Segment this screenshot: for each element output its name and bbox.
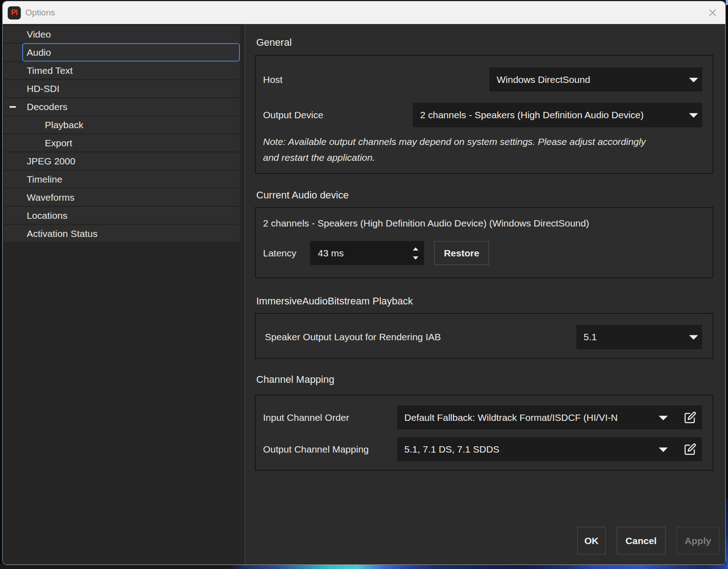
nav-item-label: HD-SDI: [27, 83, 59, 94]
close-icon: [709, 9, 716, 16]
nav-item-decoders-playback[interactable]: Playback: [4, 116, 240, 133]
dialog-body: Video Audio Timed Text HD-SDI Decoders P…: [3, 24, 725, 564]
groupbox-channel-mapping: Input Channel Order Default Fallback: Wi…: [255, 395, 714, 471]
nav-item-timeline[interactable]: Timeline: [4, 171, 240, 188]
input-channel-order-dropdown[interactable]: Default Fallback: Wildtrack Format/ISDCF…: [397, 405, 702, 429]
groupbox-current-audio: 2 channels - Speakers (High Definition A…: [255, 207, 714, 278]
speaker-layout-dropdown-value: 5.1: [584, 332, 597, 342]
latency-value: 43 ms: [318, 248, 344, 259]
window-title: Options: [25, 8, 55, 18]
input-channel-order-row: Input Channel Order Default Fallback: Wi…: [263, 405, 702, 429]
nav-item-label: Video: [27, 29, 51, 40]
groupbox-iab: Speaker Output Layout for Rendering IAB …: [255, 313, 714, 359]
nav-item-locations[interactable]: Locations: [4, 207, 240, 224]
nav-item-label: Audio: [27, 47, 51, 58]
nav-item-activation-status[interactable]: Activation Status: [4, 225, 240, 242]
output-channel-mapping-edit-button[interactable]: [681, 440, 699, 458]
section-title-current-audio: Current Audio device: [256, 190, 725, 201]
background-app-top-right: [726, 0, 728, 5]
cancel-button[interactable]: Cancel: [617, 527, 666, 555]
settings-nav-tree: Video Audio Timed Text HD-SDI Decoders P…: [3, 24, 245, 564]
nav-item-hd-sdi[interactable]: HD-SDI: [4, 80, 240, 97]
speaker-layout-row: Speaker Output Layout for Rendering IAB …: [263, 325, 702, 349]
input-channel-order-label: Input Channel Order: [263, 412, 349, 423]
nav-item-label: Locations: [27, 210, 67, 221]
output-channel-mapping-label: Output Channel Mapping: [263, 444, 369, 455]
spin-down-icon[interactable]: [413, 256, 418, 260]
options-dialog: Pl Options Video Audio Timed Text HD-SDI: [2, 1, 726, 565]
host-row: Host Windows DirectSound: [263, 68, 702, 92]
groupbox-general: Host Windows DirectSound Output Device 2…: [255, 55, 714, 174]
app-icon-text: Pl: [11, 9, 17, 17]
edit-icon: [684, 411, 696, 424]
nav-item-label: Export: [45, 138, 72, 149]
nav-item-jpeg-2000[interactable]: JPEG 2000: [4, 153, 240, 169]
host-label: Host: [263, 74, 283, 85]
dialog-footer-buttons: OK Cancel Apply: [577, 527, 719, 555]
latency-label: Latency: [263, 248, 297, 258]
output-device-dropdown-value: 2 channels - Speakers (High Definition A…: [420, 110, 644, 121]
audio-settings-pane: General Host Windows DirectSound Output …: [245, 24, 725, 564]
note-line-1: Note: Available output channels may depe…: [263, 134, 702, 149]
nav-item-decoders-export[interactable]: Export: [4, 135, 240, 151]
nav-item-waveforms[interactable]: Waveforms: [4, 189, 240, 206]
nav-item-video[interactable]: Video: [4, 26, 240, 43]
speaker-layout-label: Speaker Output Layout for Rendering IAB: [265, 332, 441, 342]
nav-item-label: Waveforms: [27, 192, 74, 203]
nav-item-audio[interactable]: Audio: [4, 44, 240, 61]
output-device-row: Output Device 2 channels - Speakers (Hig…: [263, 103, 702, 127]
nav-item-label: Timed Text: [27, 65, 73, 76]
background-app-right-strip: [726, 498, 728, 569]
ok-button[interactable]: OK: [577, 527, 606, 555]
input-channel-order-edit-button[interactable]: [681, 409, 699, 427]
nav-item-timed-text[interactable]: Timed Text: [4, 62, 240, 79]
output-device-label: Output Device: [263, 110, 323, 121]
host-dropdown-value: Windows DirectSound: [497, 74, 590, 85]
close-button[interactable]: [704, 4, 722, 22]
nav-item-label: Playback: [45, 120, 83, 130]
nav-item-label: Decoders: [27, 101, 67, 112]
output-device-dropdown[interactable]: 2 channels - Speakers (High Definition A…: [413, 103, 702, 127]
titlebar: Pl Options: [3, 1, 725, 24]
section-title-channel-mapping: Channel Mapping: [256, 374, 725, 385]
current-device-text: 2 channels - Speakers (High Definition A…: [263, 218, 702, 229]
output-channel-mapping-row: Output Channel Mapping 5.1, 7.1 DS, 7.1 …: [263, 437, 702, 461]
restore-button[interactable]: Restore: [434, 241, 489, 265]
edit-icon: [684, 443, 696, 455]
input-channel-order-value: Default Fallback: Wildtrack Format/ISDCF…: [404, 412, 618, 423]
output-channel-mapping-dropdown[interactable]: 5.1, 7.1 DS, 7.1 SDDS: [397, 437, 702, 461]
section-title-iab: ImmersiveAudioBitstream Playback: [256, 296, 725, 307]
output-channel-mapping-value: 5.1, 7.1 DS, 7.1 SDDS: [404, 444, 499, 455]
nav-item-label: Timeline: [27, 174, 62, 185]
collapse-minus-icon[interactable]: [10, 106, 16, 108]
host-dropdown[interactable]: Windows DirectSound: [489, 68, 702, 92]
nav-item-decoders[interactable]: Decoders: [4, 98, 240, 115]
output-channels-note: Note: Available output channels may depe…: [263, 134, 702, 165]
latency-row: Latency 43 ms Restore: [263, 241, 702, 265]
apply-button[interactable]: Apply: [676, 527, 719, 555]
spin-up-icon[interactable]: [413, 247, 418, 251]
nav-item-label: JPEG 2000: [27, 156, 75, 167]
note-line-2: and restart the application.: [263, 149, 702, 165]
nav-item-label: Activation Status: [27, 228, 97, 239]
section-title-general: General: [256, 37, 725, 48]
speaker-layout-dropdown[interactable]: 5.1: [576, 325, 702, 349]
app-icon: Pl: [8, 6, 21, 19]
latency-spinbox[interactable]: 43 ms: [310, 241, 424, 265]
